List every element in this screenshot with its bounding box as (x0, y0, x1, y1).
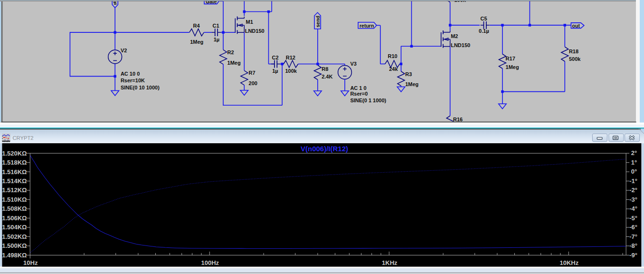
svg-text:out: out (572, 23, 580, 29)
svg-text:1Meg: 1Meg (190, 39, 203, 45)
svg-text:-1°: -1° (629, 177, 637, 185)
svg-text:1.514KΩ: 1.514KΩ (2, 177, 27, 185)
svg-text:R3: R3 (405, 71, 412, 77)
svg-text:-9°: -9° (629, 252, 637, 259)
svg-text:1.508KΩ: 1.508KΩ (2, 205, 27, 212)
svg-text:Rser=0: Rser=0 (350, 91, 368, 97)
svg-text:-7°: -7° (629, 233, 637, 240)
svg-text:M1: M1 (246, 19, 253, 25)
svg-text:R2: R2 (227, 49, 234, 55)
svg-text:C2: C2 (272, 55, 279, 60)
svg-text:1.516KΩ: 1.516KΩ (2, 168, 27, 176)
svg-text:24k: 24k (389, 66, 398, 72)
svg-text:500k: 500k (569, 56, 581, 62)
svg-text:M2: M2 (451, 33, 458, 39)
svg-text:1Meg: 1Meg (405, 81, 418, 87)
svg-text:R10: R10 (388, 53, 398, 59)
svg-text:return: return (360, 23, 374, 29)
svg-text:-5°: -5° (629, 215, 637, 222)
svg-text:V2: V2 (121, 48, 127, 53)
svg-text:CRYPT2: CRYPT2 (13, 135, 34, 141)
svg-text:LND150: LND150 (245, 28, 265, 34)
svg-text:100Hz: 100Hz (201, 259, 219, 266)
svg-text:0°: 0° (631, 168, 637, 175)
svg-text:1µ: 1µ (214, 37, 219, 42)
svg-text:R7: R7 (249, 70, 256, 76)
svg-text:V3: V3 (350, 61, 356, 67)
svg-text:1Meg: 1Meg (506, 64, 519, 70)
svg-text:LND150: LND150 (451, 42, 470, 48)
svg-text:1.518KΩ: 1.518KΩ (2, 159, 27, 166)
svg-text:AC 10 0: AC 10 0 (121, 71, 140, 77)
svg-text:0.1µ: 0.1µ (479, 28, 489, 34)
svg-text:-8°: -8° (629, 242, 637, 249)
svg-text:200: 200 (249, 80, 257, 86)
svg-text:1.504KΩ: 1.504KΩ (2, 224, 27, 231)
svg-text:SINE(0 1 1000): SINE(0 1 1000) (350, 98, 386, 103)
svg-text:2°: 2° (631, 149, 637, 157)
svg-text:-4°: -4° (629, 205, 637, 212)
svg-text:1.502KΩ: 1.502KΩ (2, 233, 27, 240)
svg-text:Rser=10K: Rser=10K (121, 78, 145, 83)
svg-text:C5: C5 (481, 16, 487, 21)
svg-text:1Meg: 1Meg (227, 60, 241, 66)
svg-text:1.512KΩ: 1.512KΩ (2, 186, 27, 194)
svg-text:SINE(0 10 1000): SINE(0 10 1000) (121, 85, 160, 90)
svg-text:1.506KΩ: 1.506KΩ (2, 215, 27, 222)
svg-text:C1: C1 (213, 23, 219, 29)
svg-text:R12: R12 (286, 55, 295, 60)
svg-text:-6°: -6° (629, 224, 637, 231)
svg-text:100k: 100k (285, 68, 297, 74)
svg-text:R18: R18 (569, 49, 578, 54)
svg-text:1µ: 1µ (272, 68, 278, 74)
svg-text:AC 1 0: AC 1 0 (350, 85, 366, 91)
svg-text:1.498KΩ: 1.498KΩ (2, 252, 27, 259)
svg-text:send: send (315, 16, 321, 28)
svg-text:R17: R17 (506, 56, 515, 61)
svg-text:1°: 1° (631, 159, 637, 166)
svg-text:2.4K: 2.4K (322, 74, 332, 79)
svg-text:1.500KΩ: 1.500KΩ (2, 242, 27, 249)
svg-text:-2°: -2° (629, 186, 637, 194)
svg-text:10KHz: 10KHz (559, 259, 578, 266)
svg-text:R16: R16 (453, 117, 463, 122)
svg-text:R8: R8 (322, 66, 328, 72)
svg-text:R4: R4 (193, 23, 200, 29)
svg-text:1KHz: 1KHz (382, 259, 398, 266)
svg-text:10Hz: 10Hz (23, 259, 38, 266)
svg-text:V(n006)/I(R12): V(n006)/I(R12) (301, 145, 348, 153)
svg-text:1.520KΩ: 1.520KΩ (2, 150, 27, 157)
svg-text:-3°: -3° (629, 196, 637, 203)
svg-text:1.510KΩ: 1.510KΩ (2, 196, 27, 203)
